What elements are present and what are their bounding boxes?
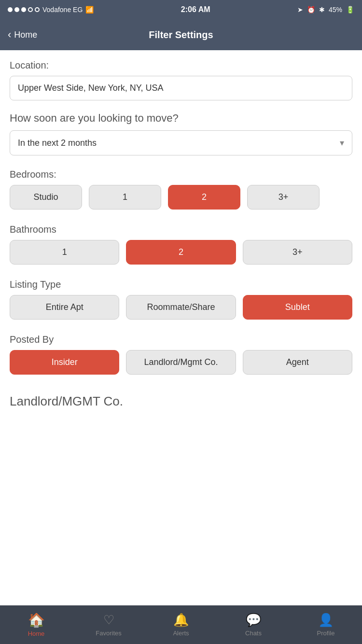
dot-4 [28, 7, 33, 12]
tab-profile[interactable]: 👤 Profile [290, 613, 362, 637]
dot-2 [14, 7, 19, 12]
status-left: Vodafone EG 📶 [8, 6, 94, 14]
chevron-down-icon: ▾ [340, 138, 344, 148]
tab-bar: 🏠 Home ♡ Favorites 🔔 Alerts 💬 Chats 👤 Pr… [0, 605, 362, 644]
bathroom-1-button[interactable]: 1 [10, 240, 119, 265]
tab-home-label: Home [28, 630, 45, 637]
partial-section: Landlord/MGMT Co. [10, 389, 352, 409]
tab-alerts[interactable]: 🔔 Alerts [145, 613, 217, 637]
bell-icon: 🔔 [173, 613, 189, 628]
bluetooth-icon: ✱ [319, 6, 325, 14]
page-title: Filter Settings [149, 29, 213, 41]
move-soon-value: In the next 2 months [18, 138, 97, 148]
dot-3 [21, 7, 26, 12]
tab-profile-label: Profile [317, 630, 335, 637]
location-label: Location: [10, 60, 352, 71]
move-soon-dropdown[interactable]: In the next 2 months ▾ [10, 130, 352, 155]
bathrooms-label: Bathrooms [10, 224, 352, 235]
signal-dots [8, 7, 40, 12]
listing-roommate-share-button[interactable]: Roommate/Share [126, 295, 236, 320]
tab-alerts-label: Alerts [173, 630, 189, 637]
listing-entire-apt-button[interactable]: Entire Apt [10, 295, 119, 320]
bedroom-3plus-button[interactable]: 3+ [247, 185, 320, 210]
location-icon: ➤ [297, 6, 303, 14]
posted-by-button-group: Insider Landlord/Mgmt Co. Agent [10, 350, 352, 375]
bedrooms-section: Bedrooms: Studio 1 2 3+ [10, 169, 352, 210]
listing-type-button-group: Entire Apt Roommate/Share Sublet [10, 295, 352, 320]
tab-home[interactable]: 🏠 Home [0, 612, 72, 637]
battery-label: 45% [329, 6, 342, 14]
bedrooms-button-group: Studio 1 2 3+ [10, 185, 352, 210]
status-right: ➤ ⏰ ✱ 45% 🔋 [297, 6, 354, 14]
tab-chats-label: Chats [245, 630, 262, 637]
back-label[interactable]: Home [14, 30, 37, 40]
chat-icon: 💬 [246, 613, 261, 628]
partial-section-label: Landlord/MGMT Co. [10, 394, 123, 408]
move-soon-question: How soon are you looking to move? [10, 112, 352, 125]
heart-icon: ♡ [103, 613, 114, 628]
back-button[interactable]: ‹ Home [8, 28, 37, 41]
status-time: 2:06 AM [181, 5, 210, 14]
alarm-icon: ⏰ [307, 6, 315, 14]
battery-icon: 🔋 [346, 6, 354, 14]
bathroom-2-button[interactable]: 2 [126, 240, 236, 265]
location-input[interactable] [10, 76, 352, 100]
location-section: Location: [10, 60, 352, 112]
posted-insider-button[interactable]: Insider [10, 350, 119, 375]
posted-by-section: Posted By Insider Landlord/Mgmt Co. Agen… [10, 334, 352, 375]
bedroom-1-button[interactable]: 1 [89, 185, 161, 210]
wifi-icon: 📶 [85, 6, 94, 14]
tab-favorites-label: Favorites [96, 630, 121, 637]
bathrooms-button-group: 1 2 3+ [10, 240, 352, 265]
tab-chats[interactable]: 💬 Chats [217, 613, 290, 637]
status-bar: Vodafone EG 📶 2:06 AM ➤ ⏰ ✱ 45% 🔋 [0, 0, 362, 19]
posted-agent-button[interactable]: Agent [243, 350, 352, 375]
tab-favorites[interactable]: ♡ Favorites [72, 613, 145, 637]
listing-type-section: Listing Type Entire Apt Roommate/Share S… [10, 279, 352, 320]
listing-type-label: Listing Type [10, 279, 352, 290]
nav-bar: ‹ Home Filter Settings [0, 19, 362, 50]
main-content: Location: How soon are you looking to mo… [0, 50, 362, 605]
home-icon: 🏠 [28, 612, 45, 628]
bedroom-studio-button[interactable]: Studio [10, 185, 82, 210]
bedrooms-label: Bedrooms: [10, 169, 352, 180]
bathrooms-section: Bathrooms 1 2 3+ [10, 224, 352, 265]
posted-landlord-button[interactable]: Landlord/Mgmt Co. [126, 350, 236, 375]
dot-5 [35, 7, 40, 12]
carrier-label: Vodafone EG [42, 6, 83, 14]
posted-by-label: Posted By [10, 334, 352, 345]
move-soon-section: How soon are you looking to move? In the… [10, 112, 352, 155]
dot-1 [8, 7, 13, 12]
bedroom-2-button[interactable]: 2 [168, 185, 240, 210]
back-chevron-icon: ‹ [8, 28, 11, 41]
bathroom-3plus-button[interactable]: 3+ [243, 240, 352, 265]
listing-sublet-button[interactable]: Sublet [243, 295, 352, 320]
profile-icon: 👤 [318, 613, 334, 628]
